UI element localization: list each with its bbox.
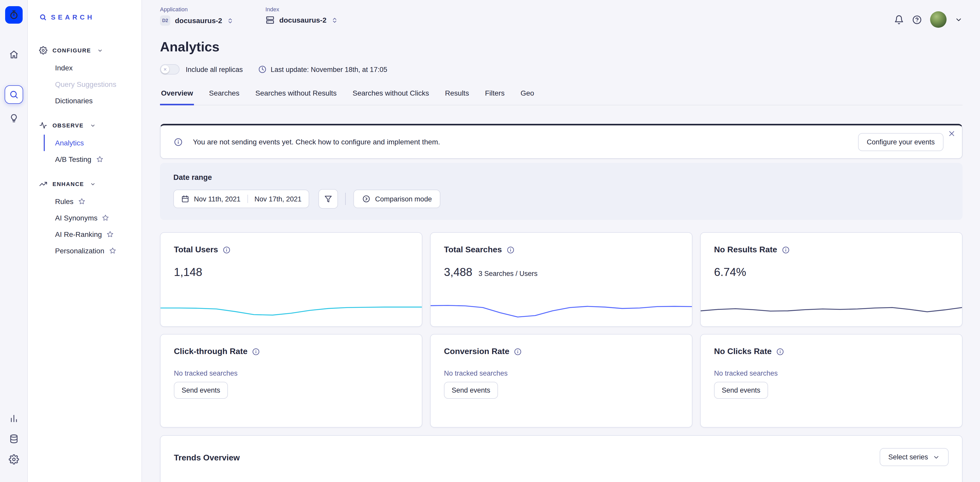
date-range-panel: Date range Nov 11th, 2021 Nov 17th, 2021…: [160, 163, 963, 220]
sidebar-item-ai-synonyms[interactable]: AI Synonyms: [44, 210, 142, 226]
tab-searches[interactable]: Searches: [208, 85, 240, 105]
filter-button[interactable]: [318, 189, 338, 209]
application-label: Application: [160, 6, 234, 12]
sidebar-item-dictionaries[interactable]: Dictionaries: [44, 92, 142, 109]
section-observe: OBSERVE Analytics A/B Testing: [28, 121, 142, 168]
algolia-logo[interactable]: [5, 6, 22, 24]
lightbulb-icon[interactable]: [4, 109, 23, 127]
metric-title: Conversion Rate: [444, 347, 509, 356]
metric-card-no-clicks-rate: No Clicks Rate No tracked searches Send …: [700, 334, 963, 428]
metric-title: Total Searches: [444, 245, 502, 254]
comparison-mode-button[interactable]: Comparison mode: [353, 190, 441, 208]
include-replicas-toggle[interactable]: [160, 64, 180, 75]
metric-value: 3,488: [444, 266, 472, 279]
total-users-sparkline: [161, 298, 422, 322]
user-avatar[interactable]: [930, 11, 947, 28]
topbar: Application D2 docusaurus-2 Index docusa…: [160, 0, 963, 34]
database-icon[interactable]: [4, 430, 23, 448]
sidebar-item-index[interactable]: Index: [44, 60, 142, 76]
trends-overview-card: Trends Overview Select series: [160, 435, 963, 482]
settings-icon[interactable]: [4, 450, 23, 469]
banner-message: You are not sending events yet. Check ho…: [193, 138, 440, 146]
info-icon[interactable]: [514, 348, 522, 355]
section-enhance: ENHANCE Rules AI Synonyms AI Re-Ranking …: [28, 180, 142, 259]
section-configure: CONFIGURE Index Query Suggestions Dictio…: [28, 46, 142, 109]
index-label: Index: [266, 6, 338, 12]
tab-geo[interactable]: Geo: [520, 85, 535, 105]
sidebar-item-ai-re-ranking[interactable]: AI Re-Ranking: [44, 226, 142, 243]
tab-searches-without-clicks[interactable]: Searches without Clicks: [352, 85, 430, 105]
date-range-button[interactable]: Nov 11th, 2021 Nov 17th, 2021: [173, 190, 309, 208]
search-logo-icon: [39, 13, 47, 21]
info-icon[interactable]: [782, 246, 789, 254]
close-icon[interactable]: [948, 130, 955, 137]
star-icon: [107, 231, 114, 238]
sidebar-item-personalization[interactable]: Personalization: [44, 243, 142, 259]
info-icon[interactable]: [506, 246, 514, 254]
funnel-icon: [324, 195, 332, 203]
metric-card-total-searches: Total Searches 3,488 3 Searches / Users: [430, 232, 692, 327]
index-selector[interactable]: docusaurus-2: [266, 16, 338, 25]
comparison-mode-label: Comparison mode: [375, 195, 432, 203]
gear-icon: [39, 46, 47, 54]
bar-chart-icon[interactable]: [4, 409, 23, 428]
tab-filters[interactable]: Filters: [484, 85, 506, 105]
info-icon[interactable]: [776, 348, 784, 355]
select-series-button[interactable]: Select series: [880, 448, 949, 466]
toggle-knob: [161, 65, 169, 73]
configure-events-button[interactable]: Configure your events: [858, 133, 943, 151]
application-value: docusaurus-2: [175, 16, 222, 25]
metric-title: Total Users: [174, 245, 218, 254]
toggle-label: Include all replicas: [186, 65, 243, 73]
index-icon: [266, 16, 275, 25]
select-updown-icon: [331, 17, 338, 24]
application-badge: D2: [160, 16, 170, 26]
info-icon[interactable]: [223, 246, 231, 254]
bell-icon[interactable]: [894, 15, 904, 24]
metric-card-click-through-rate: Click-through Rate No tracked searches S…: [160, 334, 422, 428]
metrics-row: Total Users 1,148 Total Searches 3,488 3…: [160, 232, 963, 327]
events-banner: You are not sending events yet. Check ho…: [160, 124, 963, 159]
info-icon: [174, 138, 183, 146]
x-icon: [163, 67, 167, 71]
sidebar-section-observe[interactable]: OBSERVE: [28, 121, 142, 130]
comparison-icon: [362, 195, 371, 203]
date-range-title: Date range: [173, 173, 949, 181]
send-events-button[interactable]: Send events: [174, 382, 228, 399]
page-title: Analytics: [160, 39, 963, 55]
sidebar-item-query-suggestions[interactable]: Query Suggestions: [44, 76, 142, 92]
metric-status: No tracked searches: [444, 369, 679, 377]
help-icon[interactable]: [912, 15, 922, 24]
metric-value: 1,148: [174, 266, 202, 279]
search-product-logo[interactable]: SEARCH: [28, 0, 142, 34]
metric-card-no-results-rate: No Results Rate 6.74%: [700, 232, 963, 327]
sidebar-item-ab-testing[interactable]: A/B Testing: [44, 151, 142, 168]
date-separator: [247, 195, 248, 203]
application-selector[interactable]: D2 docusaurus-2: [160, 16, 234, 26]
send-events-button[interactable]: Send events: [444, 382, 498, 399]
home-icon[interactable]: [4, 45, 23, 64]
metric-title: Click-through Rate: [174, 347, 247, 356]
date-range-start: Nov 11th, 2021: [194, 195, 240, 203]
tab-searches-without-results[interactable]: Searches without Results: [255, 85, 338, 105]
chevron-down-icon: [97, 48, 103, 53]
tab-results[interactable]: Results: [444, 85, 470, 105]
section-label: ENHANCE: [52, 181, 84, 187]
chevron-down-icon[interactable]: [955, 16, 963, 24]
chevron-down-icon: [933, 453, 940, 461]
select-series-label: Select series: [888, 453, 928, 461]
sidebar-item-analytics[interactable]: Analytics: [44, 135, 142, 151]
sidebar-section-configure[interactable]: CONFIGURE: [28, 46, 142, 54]
metric-card-conversion-rate: Conversion Rate No tracked searches Send…: [430, 334, 692, 428]
info-icon[interactable]: [252, 348, 260, 355]
tab-overview[interactable]: Overview: [160, 85, 194, 105]
metric-subtext: 3 Searches / Users: [479, 270, 538, 277]
last-update: Last update: November 18th, at 17:05: [258, 65, 387, 73]
trends-title: Trends Overview: [174, 453, 240, 463]
vertical-divider: [345, 193, 346, 205]
search-icon[interactable]: [4, 85, 23, 104]
no-results-rate-sparkline: [701, 298, 962, 322]
sidebar-item-rules[interactable]: Rules: [44, 193, 142, 210]
send-events-button[interactable]: Send events: [714, 382, 768, 399]
sidebar-section-enhance[interactable]: ENHANCE: [28, 180, 142, 188]
